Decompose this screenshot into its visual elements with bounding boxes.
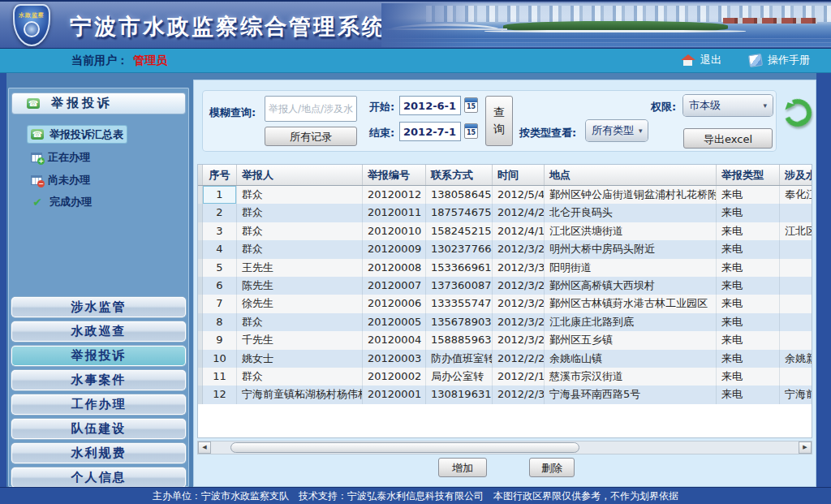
table-row[interactable]: 12宁海前童镇柘湖杨村杨伟林20120001130819631762012/2/…	[198, 386, 812, 403]
table-row[interactable]: 7徐先生20120006133355747782012/3/29鄞州区古林镇葑水…	[198, 295, 812, 312]
user-bar: 当前用户：管理员 退出 操作手册	[0, 49, 831, 73]
table-row[interactable]: 6陈先生20120007137360087292012/3/29鄞州区高桥镇大西…	[198, 277, 812, 295]
sidebar-nav-0[interactable]: 涉水监管	[11, 297, 186, 317]
sidebar-nav-5[interactable]: 队伍建设	[11, 419, 186, 439]
table-cell: 18757467537	[426, 204, 493, 222]
table-cell: 11	[203, 368, 237, 386]
left-edge	[0, 73, 6, 487]
table-cell: 徐先生	[237, 295, 363, 312]
delete-button[interactable]: 删除	[529, 458, 575, 477]
page-title: 宁波市水政监察综合管理系统	[70, 12, 386, 41]
table-cell: 20120003	[363, 350, 426, 368]
table-header-cell[interactable]: 序号	[203, 165, 237, 185]
main-content: 模糊查询: 所有记录 开始: 15 结束: 15 查询 按类型查看: 所有类型 …	[193, 80, 816, 487]
calendar-icon[interactable]: 15	[464, 123, 478, 139]
sidebar-subitem-1[interactable]: 正在办理	[28, 149, 93, 166]
table-cell: 鄞州区高桥镇大西坝村	[545, 277, 717, 295]
table-cell	[780, 204, 812, 222]
calendar-icon[interactable]: 15	[464, 97, 478, 113]
table-header-cell[interactable]: 举报编号	[363, 165, 426, 185]
permission-select[interactable]: 市本级 ▾	[683, 95, 773, 116]
table-header-cell[interactable]: 时间	[493, 165, 545, 185]
manual-button[interactable]: 操作手册	[749, 53, 810, 67]
query-button[interactable]: 查询	[485, 96, 513, 146]
book-icon	[748, 53, 763, 67]
shield-icon: 水政监察	[13, 4, 50, 46]
table-cell: 慈溪市宗汉街道	[545, 368, 717, 386]
table-header-cell[interactable]: 联系方式	[426, 165, 493, 185]
table-cell: 20120012	[363, 186, 426, 204]
table-row[interactable]: 2群众20120011187574675372012/4/23北仑开良码头来电	[198, 204, 812, 222]
table-cell: 2012/3/23	[493, 331, 545, 349]
scroll-left-arrow-icon[interactable]: ◀	[198, 442, 211, 454]
logo-emblem-icon	[24, 21, 40, 37]
sidebar-subitem-0[interactable]: 举报投诉汇总表	[28, 126, 127, 143]
logout-button[interactable]: 退出	[681, 53, 721, 67]
sidebar-subitem-label: 举报投诉汇总表	[50, 127, 123, 142]
table-cell: 来电	[717, 313, 780, 331]
table-cell: 20120004	[363, 331, 426, 349]
sidebar-section-complaints[interactable]: 举报投诉	[12, 93, 185, 114]
sidebar-nav-3[interactable]: 水事案件	[11, 370, 186, 390]
table-header-cell[interactable]: 举报人	[237, 165, 363, 185]
table-cell: 群众	[237, 204, 363, 222]
table-row[interactable]: 5王先生20120008153366961212012/3/31阳明街道来电	[198, 259, 812, 277]
table-cell: 20120007	[363, 277, 426, 295]
table-header-cell[interactable]: 地点	[545, 165, 717, 185]
current-user-name: 管理员	[133, 54, 167, 67]
table-cell: 来电	[717, 277, 780, 295]
table-cell: 20120001	[363, 386, 426, 403]
complaints-table: 序号举报人举报编号联系方式时间地点举报类型涉及水域 1群众20120012138…	[198, 165, 812, 437]
sidebar-nav-6[interactable]: 水利规费	[11, 443, 186, 463]
check-icon	[31, 196, 44, 209]
table-cell: 9	[203, 331, 237, 349]
table-cell: 北仑开良码头	[545, 204, 717, 222]
table-cell: 15824521597	[426, 222, 493, 240]
table-minus-icon	[31, 175, 42, 185]
export-excel-button[interactable]: 导出excel	[683, 128, 773, 149]
sidebar-nav-4[interactable]: 工作办理	[11, 394, 186, 415]
start-date-input[interactable]	[399, 96, 461, 115]
table-cell: 15336696121	[426, 259, 493, 277]
table-cell: 来电	[717, 331, 780, 349]
current-user: 当前用户：管理员	[71, 54, 167, 68]
sidebar-subitem-label: 完成办理	[50, 195, 92, 209]
type-select[interactable]: 所有类型 ▾	[586, 120, 648, 141]
table-row[interactable]: 1群众20120012138058645282012/5/4鄞州区钟公庙街道铜盆…	[198, 186, 812, 204]
table-cell: 7	[203, 295, 237, 312]
table-header-cell[interactable]: 举报类型	[717, 165, 780, 185]
table-cell	[780, 368, 812, 386]
refresh-button[interactable]	[780, 95, 816, 131]
table-header-cell[interactable]: 涉及水域	[780, 165, 812, 185]
sidebar-nav-2[interactable]: 举报投诉	[11, 346, 186, 366]
table-row[interactable]: 11群众20120002局办公室转2012/2/10慈溪市宗汉街道来电	[198, 368, 812, 386]
add-button[interactable]: 增加	[438, 458, 487, 477]
table-cell: 2012/4/23	[493, 204, 545, 222]
end-date-input[interactable]	[399, 122, 461, 141]
table-cell: 2012/2/23	[493, 350, 545, 368]
sidebar-subitem-2[interactable]: 尚未办理	[28, 171, 93, 188]
scroll-right-arrow-icon[interactable]: ▶	[799, 442, 812, 454]
sidebar-nav-1[interactable]: 水政巡查	[11, 321, 186, 342]
table-row[interactable]: 3群众20120010158245215972012/4/17江北区洪塘街道来电…	[198, 222, 812, 240]
table-row[interactable]: 10姚女士20120003防办值班室转2012/2/23余姚临山镇来电余姚新奄	[198, 350, 812, 368]
footer-text: 主办单位：宁波市水政监察支队 技术支持：宁波弘泰水利信息科技有限公司 本图行政区…	[153, 490, 678, 502]
table-cell: 20120011	[363, 204, 426, 222]
table-row[interactable]: 9千先生20120004158885963252012/3/23鄞州区五乡镇来电	[198, 331, 812, 349]
table-row[interactable]: 8群众20120005135678903902012/3/26江北康庄北路到底来…	[198, 313, 812, 331]
table-cell: 明州大桥中房码头附近	[545, 240, 717, 258]
fuzzy-query-input[interactable]	[265, 96, 357, 122]
scrollbar-thumb[interactable]	[230, 442, 579, 453]
sidebar-subitem-label: 尚未办理	[48, 173, 90, 187]
table-cell: 鄞州区钟公庙街道铜盆浦村礼花桥附近	[545, 186, 717, 204]
table-row[interactable]: 4群众20120009130237766492012/3/29明州大桥中房码头附…	[198, 240, 812, 258]
table-cell: 余姚新奄	[780, 350, 812, 368]
table-cell: 来电	[717, 368, 780, 386]
table-cell	[780, 331, 812, 349]
horizontal-scrollbar[interactable]: ◀ ▶	[198, 442, 812, 454]
sidebar-nav-7[interactable]: 个人信息	[11, 467, 186, 488]
all-records-button[interactable]: 所有记录	[265, 127, 357, 146]
sidebar-subitem-3[interactable]: 完成办理	[28, 193, 95, 210]
table-cell: 来电	[717, 240, 780, 258]
table-cell	[780, 313, 812, 331]
